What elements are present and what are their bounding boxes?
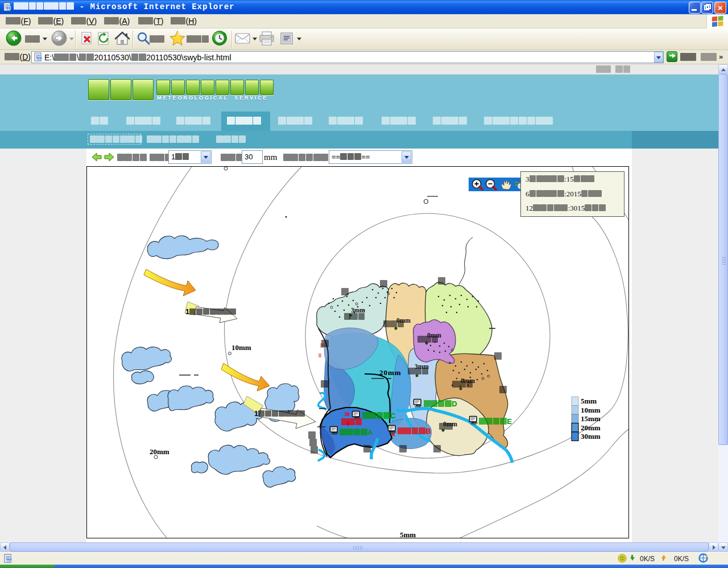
svg-text:20mm: 20mm xyxy=(581,423,601,432)
svg-text:10mm: 10mm xyxy=(581,406,601,414)
svg-text:30: 30 xyxy=(344,411,350,417)
svg-text:20mm: 20mm xyxy=(150,447,169,456)
svg-text:10mm: 10mm xyxy=(231,343,251,352)
svg-text:30mm: 30mm xyxy=(581,432,601,441)
svg-text:5mm: 5mm xyxy=(581,397,597,405)
svg-text:20mm: 20mm xyxy=(379,368,402,377)
svg-text:5mm: 5mm xyxy=(400,530,416,538)
svg-text:15mm: 15mm xyxy=(581,414,601,423)
